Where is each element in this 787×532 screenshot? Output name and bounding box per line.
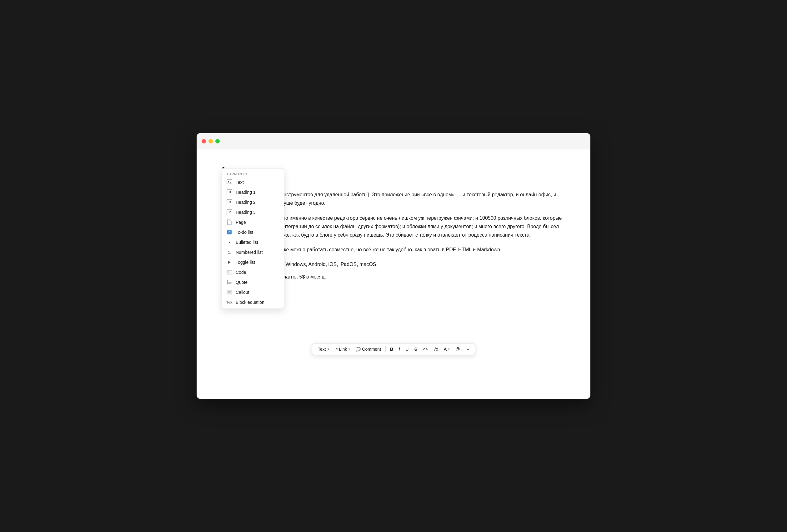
toolbar-divider-1 (385, 346, 386, 352)
menu-item-toggle-label: Toggle list (236, 260, 255, 265)
traffic-lights (201, 139, 220, 144)
menu-section-label: TURN INTO (222, 170, 284, 177)
mention-label: @ (455, 347, 460, 352)
toolbar-text-type[interactable]: Text ▾ (315, 345, 332, 353)
equation-icon: TeX (226, 299, 233, 305)
menu-item-code-label: Code (236, 270, 246, 275)
toolbar-comment-button[interactable]: 💬 Comment (353, 345, 383, 353)
number-icon: 1. (226, 249, 233, 255)
minimize-button[interactable] (209, 139, 213, 144)
menu-item-bulleted-label: Bulleted list (236, 240, 258, 245)
toolbar-code-button[interactable]: <> (420, 345, 430, 353)
bold-label: B (390, 347, 393, 352)
more-options-label: ··· (465, 347, 469, 352)
menu-item-code[interactable]: Code (222, 267, 284, 277)
toolbar-bold-button[interactable]: B (387, 345, 396, 353)
toolbar-link-button[interactable]: ↗ Link ▾ (332, 345, 353, 353)
toolbar-text-label: Text (318, 347, 326, 352)
menu-item-numbered[interactable]: 1. Numbered list (222, 247, 284, 257)
turn-into-menu: TURN INTO Aa Text H1 Heading 1 H2 (221, 168, 284, 309)
menu-item-heading2[interactable]: H2 Heading 2 (222, 197, 284, 207)
link-arrow-icon: ↗ (335, 347, 338, 351)
code-inline-label: <> (423, 347, 428, 352)
menu-item-bulleted[interactable]: Bulleted list (222, 237, 284, 247)
menu-item-todo-label: To-do list (236, 230, 253, 235)
menu-item-callout[interactable]: Callout (222, 287, 284, 297)
h2-icon: H2 (226, 199, 233, 205)
menu-item-todo[interactable]: To-do list (222, 227, 284, 237)
toolbar-comment-label: Comment (362, 347, 381, 352)
toolbar-strikethrough-button[interactable]: S (412, 345, 420, 353)
toolbar-equation-button[interactable]: √x (431, 345, 441, 353)
menu-item-numbered-label: Numbered list (236, 250, 262, 255)
menu-item-text[interactable]: Aa Text (222, 177, 284, 187)
menu-item-equation-label: Block equation (236, 300, 264, 305)
menu-item-heading3[interactable]: H3 Heading 3 (222, 207, 284, 217)
italic-label: i (399, 347, 400, 352)
close-button[interactable] (201, 139, 206, 144)
checkbox-icon (226, 229, 233, 235)
toolbar-color-chevron-icon: ▾ (448, 347, 450, 351)
content-area: ion н я уже писал в [разборе инструменто… (197, 149, 590, 399)
toolbar-underline-button[interactable]: U (403, 345, 411, 353)
toolbar-link-chevron-icon: ▾ (348, 347, 350, 351)
toolbar-text-chevron-icon: ▾ (327, 347, 329, 351)
titlebar (197, 133, 590, 149)
toolbar-mention-button[interactable]: @ (453, 345, 462, 353)
menu-item-page-label: Page (236, 220, 246, 225)
toolbar-italic-button[interactable]: i (396, 345, 402, 353)
maximize-button[interactable] (215, 139, 220, 144)
formatting-toolbar: Text ▾ ↗ Link ▾ 💬 Comment B i (312, 343, 475, 355)
menu-item-page[interactable]: Page (222, 217, 284, 227)
menu-item-heading3-label: Heading 3 (236, 210, 256, 215)
menu-item-heading2-label: Heading 2 (236, 200, 256, 205)
menu-item-toggle[interactable]: Toggle list (222, 257, 284, 267)
color-label: A (444, 347, 447, 352)
menu-item-heading1[interactable]: H1 Heading 1 (222, 187, 284, 197)
toggle-icon (226, 259, 233, 265)
svg-rect-8 (227, 290, 232, 294)
callout-icon (226, 289, 233, 295)
menu-item-callout-label: Callout (236, 290, 250, 295)
page-icon (226, 219, 233, 226)
strike-label: S (414, 347, 417, 352)
svg-rect-4 (227, 280, 228, 284)
toolbar-more-button[interactable]: ··· (463, 345, 472, 353)
equation-inline-label: √x (433, 347, 438, 352)
code-icon (226, 269, 233, 275)
comment-bubble-icon: 💬 (356, 347, 361, 352)
app-window: ion н я уже писал в [разборе инструменто… (197, 133, 590, 399)
menu-item-quote[interactable]: Quote (222, 277, 284, 287)
h1-icon: H1 (226, 189, 233, 195)
text-aa-icon: Aa (226, 179, 233, 185)
menu-item-equation[interactable]: TeX Block equation (222, 297, 284, 307)
toolbar-color-button[interactable]: A ▾ (441, 345, 452, 353)
bullet-icon (226, 239, 233, 246)
quote-icon (226, 279, 233, 285)
menu-item-heading1-label: Heading 1 (236, 190, 256, 195)
toolbar-link-label: Link (339, 347, 347, 352)
menu-item-text-label: Text (236, 180, 244, 185)
h3-icon: H3 (226, 209, 233, 215)
menu-item-quote-label: Quote (236, 280, 248, 285)
underline-label: U (405, 347, 408, 352)
